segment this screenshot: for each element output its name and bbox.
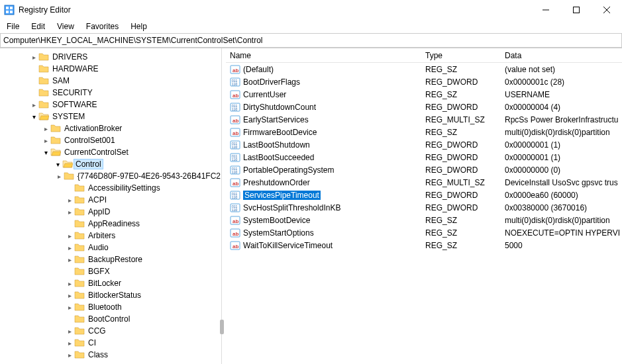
svg-text:ab: ab bbox=[233, 68, 238, 73]
tree-item[interactable]: ▸ActivationBroker bbox=[0, 122, 221, 134]
list-row[interactable]: abWaitToKillServiceTimeoutREG_SZ5000 bbox=[226, 239, 622, 251]
list-row[interactable]: 011110SvcHostSplitThresholdInKBREG_DWORD… bbox=[226, 201, 622, 214]
tree-item[interactable]: ▸DRIVERS bbox=[0, 51, 221, 63]
tree-item[interactable]: ▸BitlockerStatus bbox=[0, 289, 221, 301]
folder-icon bbox=[74, 350, 85, 359]
chevron-right-icon[interactable]: ▸ bbox=[65, 280, 74, 287]
chevron-right-icon[interactable]: ▸ bbox=[65, 244, 74, 251]
chevron-right-icon[interactable]: ▸ bbox=[65, 256, 74, 263]
splitter-grip-icon[interactable] bbox=[220, 320, 224, 334]
tree-item-label: CI bbox=[87, 338, 97, 347]
chevron-right-icon[interactable]: ▸ bbox=[65, 292, 74, 299]
tree-item[interactable]: ▸Audio bbox=[0, 242, 221, 253]
tree-item[interactable]: ▸Class bbox=[0, 349, 221, 361]
svg-text:ab: ab bbox=[233, 93, 238, 99]
tree-item[interactable]: ▸ControlSet001 bbox=[0, 134, 221, 146]
binary-value-icon: 011110 bbox=[230, 165, 240, 175]
chevron-right-icon[interactable]: ▸ bbox=[56, 173, 64, 180]
chevron-down-icon[interactable]: ▾ bbox=[29, 113, 38, 120]
tree-item[interactable]: HARDWARE bbox=[0, 63, 221, 75]
value-name-cell: 011110BootDriverFlags bbox=[226, 77, 421, 87]
col-header-name[interactable]: Name bbox=[226, 51, 421, 60]
minimize-button[interactable] bbox=[531, 0, 561, 20]
menu-edit[interactable]: Edit bbox=[26, 21, 50, 32]
tree-item[interactable]: ▸SOFTWARE bbox=[0, 99, 221, 111]
chevron-right-icon[interactable]: ▸ bbox=[29, 54, 38, 61]
tree-panel[interactable]: ▸DRIVERSHARDWARESAMSECURITY▸SOFTWARE▾SYS… bbox=[0, 48, 222, 364]
address-bar[interactable]: Computer\HKEY_LOCAL_MACHINE\SYSTEM\Curre… bbox=[0, 33, 622, 48]
tree-item[interactable]: ▸ACPI bbox=[0, 194, 221, 206]
tree-item[interactable]: ▸Bluetooth bbox=[0, 301, 221, 313]
svg-text:ab: ab bbox=[233, 231, 238, 237]
list-row[interactable]: abFirmwareBootDeviceREG_SZmulti(0)disk(0… bbox=[226, 126, 622, 138]
splitter[interactable] bbox=[222, 48, 226, 364]
value-name: SvcHostSplitThresholdInKB bbox=[243, 203, 340, 212]
value-name-cell: 011110LastBootSucceeded bbox=[226, 152, 421, 163]
chevron-right-icon[interactable]: ▸ bbox=[65, 197, 74, 204]
tree-item[interactable]: BGFX bbox=[0, 265, 221, 277]
chevron-right-icon[interactable]: ▸ bbox=[65, 208, 74, 216]
chevron-right-icon[interactable]: ▸ bbox=[65, 232, 74, 240]
folder-icon bbox=[50, 136, 61, 145]
tree-item[interactable]: AccessibilitySettings bbox=[0, 182, 221, 194]
value-type: REG_SZ bbox=[421, 228, 501, 238]
col-header-type[interactable]: Type bbox=[421, 51, 501, 60]
tree-item[interactable]: ▸BitLocker bbox=[0, 277, 221, 289]
list-row[interactable]: abSystemBootDeviceREG_SZmulti(0)disk(0)r… bbox=[226, 214, 622, 226]
chevron-right-icon[interactable]: ▸ bbox=[65, 351, 74, 359]
menu-help[interactable]: Help bbox=[125, 21, 152, 32]
chevron-right-icon[interactable]: ▸ bbox=[65, 340, 74, 347]
string-value-icon: ab bbox=[230, 64, 240, 75]
folder-icon bbox=[74, 338, 85, 347]
tree-item-label: AccessibilitySettings bbox=[87, 183, 161, 193]
list-row[interactable]: abSystemStartOptionsREG_SZ NOEXECUTE=OPT… bbox=[226, 226, 622, 239]
chevron-right-icon[interactable]: ▸ bbox=[41, 137, 50, 144]
list-row[interactable]: 011110ServicesPipeTimeoutREG_DWORD0x0000… bbox=[226, 189, 622, 201]
list-row[interactable]: ab(Default)REG_SZ(value not set) bbox=[226, 63, 622, 75]
list-row[interactable]: 011110BootDriverFlagsREG_DWORD0x0000001c… bbox=[226, 75, 622, 88]
list-row[interactable]: 011110DirtyShutdownCountREG_DWORD0x00000… bbox=[226, 101, 622, 113]
menu-file[interactable]: File bbox=[1, 21, 25, 32]
list-row[interactable]: 011110LastBootShutdownREG_DWORD0x0000000… bbox=[226, 138, 622, 151]
tree-item[interactable]: ▸CCG bbox=[0, 325, 221, 337]
tree-item[interactable]: ▸Arbiters bbox=[0, 230, 221, 242]
list-row[interactable]: 011110LastBootSucceededREG_DWORD0x000000… bbox=[226, 151, 622, 163]
tree-item[interactable]: SAM bbox=[0, 75, 221, 87]
tree-item[interactable]: BootControl bbox=[0, 313, 221, 325]
tree-item[interactable]: ▸CI bbox=[0, 337, 221, 349]
chevron-right-icon[interactable]: ▸ bbox=[41, 125, 50, 132]
titlebar: Registry Editor bbox=[0, 0, 622, 20]
value-type: REG_DWORD bbox=[421, 191, 501, 200]
tree-item[interactable]: ▾CurrentControlSet bbox=[0, 146, 221, 158]
close-button[interactable] bbox=[592, 0, 622, 20]
value-name: LastBootShutdown bbox=[243, 140, 310, 150]
svg-text:110: 110 bbox=[232, 82, 238, 86]
tree-item[interactable]: ▾SYSTEM bbox=[0, 111, 221, 122]
window-title: Registry Editor bbox=[19, 5, 531, 15]
chevron-down-icon[interactable]: ▾ bbox=[53, 161, 62, 168]
list-row[interactable]: abEarlyStartServicesREG_MULTI_SZRpcSs Po… bbox=[226, 113, 622, 126]
chevron-right-icon[interactable]: ▸ bbox=[29, 101, 38, 109]
folder-icon bbox=[38, 76, 49, 85]
tree-item[interactable]: ▾Control bbox=[0, 158, 221, 170]
tree-item[interactable]: AppReadiness bbox=[0, 218, 221, 230]
maximize-button[interactable] bbox=[561, 0, 592, 20]
chevron-down-icon[interactable]: ▾ bbox=[41, 149, 50, 156]
list-row[interactable]: abPreshutdownOrderREG_MULTI_SZDeviceInst… bbox=[226, 176, 622, 189]
chevron-right-icon[interactable]: ▸ bbox=[65, 328, 74, 335]
list-row[interactable]: abCurrentUserREG_SZUSERNAME bbox=[226, 88, 622, 101]
chevron-right-icon[interactable]: ▸ bbox=[65, 304, 74, 311]
tree-item-label: Arbiters bbox=[87, 231, 116, 240]
menu-favorites[interactable]: Favorites bbox=[81, 21, 124, 32]
value-name-cell: abSystemBootDevice bbox=[226, 215, 421, 226]
tree-item[interactable]: ▸{7746D80F-97E0-4E26-9543-26B41FC2 bbox=[0, 170, 221, 182]
tree-item[interactable]: ▸AppID bbox=[0, 206, 221, 218]
value-name: DirtyShutdownCount bbox=[243, 103, 316, 112]
menu-view[interactable]: View bbox=[52, 21, 79, 32]
tree-item[interactable]: ▸BackupRestore bbox=[0, 253, 221, 265]
tree-item[interactable]: SECURITY bbox=[0, 87, 221, 99]
value-name-cell: abPreshutdownOrder bbox=[226, 177, 421, 188]
svg-text:110: 110 bbox=[232, 170, 238, 174]
list-row[interactable]: 011110PortableOperatingSystemREG_DWORD0x… bbox=[226, 163, 622, 176]
col-header-data[interactable]: Data bbox=[501, 51, 622, 60]
